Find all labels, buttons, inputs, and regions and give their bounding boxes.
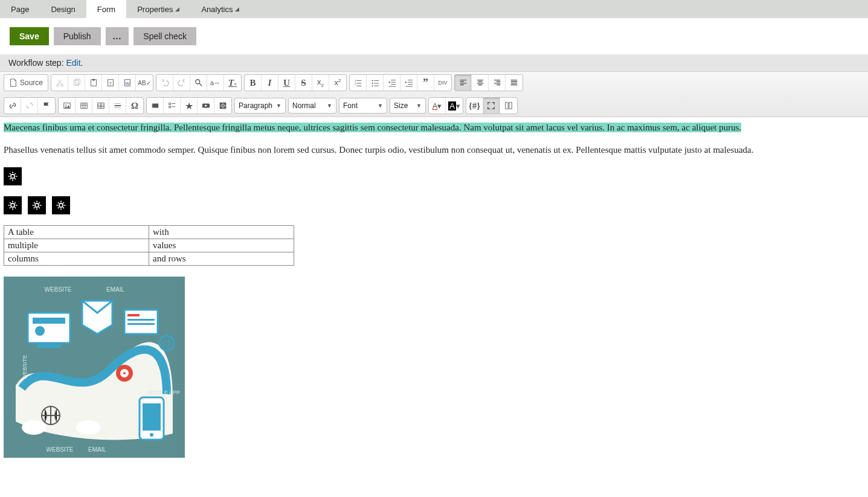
font-select[interactable]: Font▼ — [339, 98, 387, 114]
svg-text:2: 2 — [354, 82, 356, 85]
bg-color-icon: A — [448, 101, 456, 111]
tab-design[interactable]: Design — [40, 0, 86, 18]
table-cell[interactable]: values — [149, 239, 294, 252]
unlink-button[interactable] — [21, 98, 38, 114]
cut-button[interactable] — [51, 75, 68, 91]
insert-widget-button[interactable] — [214, 98, 231, 114]
style-select[interactable]: Normal▼ — [288, 98, 336, 114]
macro-button[interactable]: {#} — [466, 98, 483, 114]
svg-rect-36 — [37, 344, 61, 348]
content-image[interactable]: @ WEBSITE EMAIL MOBILE APP WEBSITE WEBSI… — [4, 277, 185, 458]
superscript-button[interactable]: x2 — [329, 75, 346, 91]
tab-page[interactable]: Page — [0, 0, 40, 18]
bg-color-button[interactable]: A▾ — [446, 98, 463, 114]
remove-format-icon: T× — [228, 78, 237, 88]
redo-button[interactable] — [173, 75, 190, 91]
tab-properties[interactable]: Properties◢ — [126, 0, 190, 18]
widget-placeholder[interactable] — [4, 167, 22, 185]
blockquote-button[interactable]: ” — [417, 75, 434, 91]
media-icon — [80, 101, 88, 110]
tab-analytics[interactable]: Analytics◢ — [190, 0, 250, 18]
source-button[interactable]: Source — [4, 75, 48, 91]
spellcheck-button[interactable]: Spell check — [133, 27, 196, 45]
gear-box-icon — [219, 101, 227, 110]
remove-format-button[interactable]: T× — [224, 75, 241, 91]
highlighted-paragraph[interactable]: Maecenas finibus urna et consectetur fri… — [4, 123, 741, 132]
paste-text-button[interactable]: T — [102, 75, 119, 91]
table-button[interactable] — [92, 98, 109, 114]
find-button[interactable] — [190, 75, 207, 91]
publish-button[interactable]: Publish — [54, 27, 101, 45]
strike-button[interactable]: S — [295, 75, 312, 91]
bold-button[interactable]: B — [245, 75, 262, 91]
align-center-button[interactable] — [472, 75, 489, 91]
table-cell[interactable]: A table — [4, 226, 149, 239]
size-select[interactable]: Size▼ — [390, 98, 426, 114]
svg-text:T: T — [109, 82, 112, 86]
widget-placeholder[interactable] — [4, 196, 22, 214]
insert-youtube-button[interactable] — [198, 98, 214, 114]
replace-button[interactable]: a↔ — [207, 75, 224, 91]
subscript-button[interactable]: x2 — [312, 75, 329, 91]
more-button[interactable]: ... — [106, 27, 129, 45]
insert-rating-button[interactable]: ★ — [181, 98, 198, 114]
indent-button[interactable] — [400, 75, 417, 91]
copy-icon — [72, 79, 81, 87]
table-cell[interactable]: multiple — [4, 239, 149, 252]
tab-form[interactable]: Form — [86, 0, 126, 18]
paragraph-format-select[interactable]: Paragraph▼ — [234, 98, 286, 114]
table-cell[interactable]: columns — [4, 252, 149, 266]
widget-placeholder[interactable] — [52, 196, 70, 214]
link-button[interactable] — [4, 98, 21, 114]
align-left-button[interactable] — [455, 75, 472, 91]
table-row[interactable]: A tablewith — [4, 226, 294, 239]
paste-button[interactable] — [85, 75, 102, 91]
chevron-down-icon: ▼ — [416, 103, 422, 109]
content-table[interactable]: A tablewith multiplevalues columnsand ro… — [4, 225, 294, 266]
table-cell[interactable]: with — [149, 226, 294, 239]
underline-button[interactable]: U — [278, 75, 295, 91]
align-right-button[interactable] — [489, 75, 506, 91]
paste-word-icon: W — [123, 79, 132, 87]
checklist-icon — [168, 101, 176, 110]
table-row[interactable]: multiplevalues — [4, 239, 294, 252]
copy-button[interactable] — [68, 75, 85, 91]
insert-media-button[interactable] — [147, 98, 164, 114]
widget-placeholder[interactable] — [28, 196, 46, 214]
ordered-list-button[interactable]: 12 — [350, 75, 367, 91]
svg-text:WEBSITE: WEBSITE — [46, 446, 73, 453]
hr-icon — [114, 101, 122, 110]
paste-word-button[interactable]: W — [119, 75, 136, 91]
chevron-down-icon: ▼ — [378, 103, 383, 109]
undo-button[interactable] — [156, 75, 173, 91]
blocks-icon — [504, 101, 513, 110]
chevron-down-icon: ▼ — [327, 103, 332, 109]
media-button[interactable] — [76, 98, 92, 114]
unordered-list-button[interactable] — [367, 75, 384, 91]
insert-poll-button[interactable] — [164, 98, 181, 114]
outdent-button[interactable] — [384, 75, 400, 91]
text-color-button[interactable]: A▾ — [429, 98, 446, 114]
div-button[interactable]: DIV — [434, 75, 451, 91]
image-button[interactable] — [59, 98, 76, 114]
special-char-button[interactable]: Ω — [126, 98, 143, 114]
workflow-step-link[interactable]: Edit — [66, 58, 80, 68]
table-row[interactable]: columnsand rows — [4, 252, 294, 266]
italic-button[interactable]: I — [262, 75, 278, 91]
maximize-button[interactable] — [483, 98, 500, 114]
svg-point-45 — [150, 433, 153, 437]
align-justify-button[interactable] — [506, 75, 522, 91]
svg-rect-29 — [509, 103, 512, 109]
anchor-button[interactable] — [38, 98, 55, 114]
hr-button[interactable] — [109, 98, 126, 114]
show-blocks-button[interactable] — [500, 98, 517, 114]
macro-icon: {#} — [469, 101, 480, 111]
second-paragraph[interactable]: Phasellus venenatis tellus sit amet comm… — [4, 143, 864, 157]
svg-point-17 — [65, 104, 66, 106]
editor-content[interactable]: Maecenas finibus urna et consectetur fri… — [0, 117, 868, 461]
spellcheck-toolbar-button[interactable]: AB✓ — [136, 75, 153, 91]
search-icon — [194, 79, 203, 87]
table-cell[interactable]: and rows — [149, 252, 294, 266]
svg-rect-41 — [127, 319, 155, 321]
save-button[interactable]: Save — [10, 27, 49, 45]
